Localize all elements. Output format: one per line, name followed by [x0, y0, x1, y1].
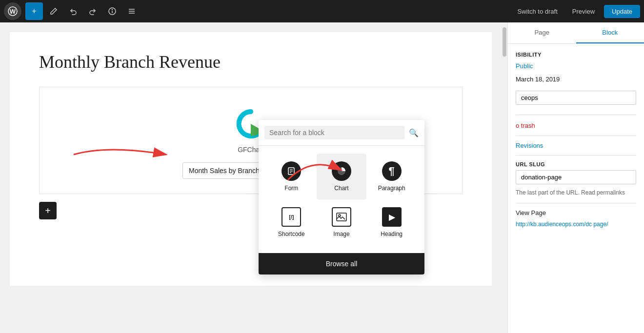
wordpress-logo[interactable]: W [4, 2, 21, 20]
switch-to-draft-button[interactable]: Switch to draft [512, 4, 563, 19]
add-icon: + [32, 7, 36, 16]
tools-button[interactable] [123, 2, 141, 20]
view-page-label: View Page [516, 209, 636, 216]
visibility-value[interactable]: Public [516, 62, 636, 70]
edit-button[interactable] [45, 2, 62, 20]
block-picker-search-area: 🔍 [259, 120, 424, 146]
browse-all-button[interactable]: Browse all [259, 253, 424, 274]
scrollbar-thumb[interactable] [503, 27, 506, 57]
heading-block-icon: ▶ [382, 207, 402, 227]
preview-button[interactable]: Preview [567, 4, 600, 19]
visibility-section-title: isibility [516, 52, 636, 58]
tab-block[interactable]: Block [576, 22, 644, 43]
image-block-label: Image [333, 231, 349, 237]
main-layout: Monthly Branch Revenue GFChart [0, 22, 644, 333]
block-item-shortcode[interactable]: [/] Shortcode [266, 199, 317, 245]
url-slug-input[interactable] [516, 170, 636, 184]
page-title: Monthly Branch Revenue [39, 52, 463, 72]
block-search-icon[interactable]: 🔍 [409, 128, 419, 137]
chart-block-icon [332, 161, 351, 181]
undo-button[interactable] [64, 2, 82, 20]
update-button[interactable]: Update [604, 5, 640, 18]
paragraph-block-label: Paragraph [378, 185, 405, 192]
sidebar-divider-4 [516, 203, 636, 203]
block-grid: Form Chart [259, 146, 424, 253]
add-block-below-button[interactable]: + [39, 202, 57, 219]
sidebar-divider-2 [516, 136, 636, 136]
toolbar-right: Switch to draft Preview Update [512, 4, 640, 19]
sidebar-tabs: Page Block [508, 22, 644, 44]
sidebar: Page Block isibility Public March 18, 20… [507, 22, 644, 333]
svg-text:W: W [10, 8, 16, 15]
trash-link[interactable]: o trash [516, 122, 535, 129]
redo-button[interactable] [84, 2, 101, 20]
form-block-label: Form [284, 185, 298, 192]
block-item-heading[interactable]: ▶ Heading [366, 199, 417, 245]
block-item-form[interactable]: Form [266, 154, 317, 199]
sidebar-content: isibility Public March 18, 2019 o trash … [508, 44, 644, 333]
scrollbar-track[interactable] [502, 22, 507, 333]
date-value: March 18, 2019 [516, 76, 636, 83]
info-button[interactable] [103, 2, 121, 20]
block-item-image[interactable]: Image [317, 199, 367, 245]
block-grid-area: Form Chart [259, 146, 424, 253]
block-item-chart[interactable]: Chart [317, 154, 367, 199]
tab-page[interactable]: Page [508, 22, 576, 43]
block-picker-popup: 🔍 [259, 120, 424, 274]
plus-icon: + [45, 205, 51, 216]
paragraph-block-icon: ¶ [382, 161, 402, 181]
editor-area: Monthly Branch Revenue GFChart [0, 22, 502, 333]
revisions-link[interactable]: Revisions [516, 142, 636, 149]
svg-point-4 [112, 9, 113, 10]
arrow-to-select-icon [69, 140, 176, 169]
url-description-text: The last part of the URL. Read permalink… [516, 188, 636, 197]
block-search-input[interactable] [264, 126, 405, 139]
shortcode-block-icon: [/] [282, 207, 301, 227]
image-block-icon [332, 207, 351, 227]
add-block-button[interactable]: + [25, 2, 43, 20]
chart-block-label: Chart [334, 185, 348, 192]
sidebar-divider-3 [516, 155, 636, 156]
form-block-icon [282, 161, 301, 181]
sidebar-divider-1 [516, 115, 636, 115]
page-name-input[interactable] [516, 91, 636, 105]
toolbar: W + Switch to d [0, 0, 644, 22]
page-url-link[interactable]: http://kb.audienceops.com/dc page/ [516, 221, 608, 228]
block-item-paragraph[interactable]: ¶ Paragraph [366, 154, 417, 199]
shortcode-block-label: Shortcode [278, 231, 305, 237]
heading-block-label: Heading [381, 231, 402, 237]
url-slug-label: URL Slug [516, 161, 636, 167]
